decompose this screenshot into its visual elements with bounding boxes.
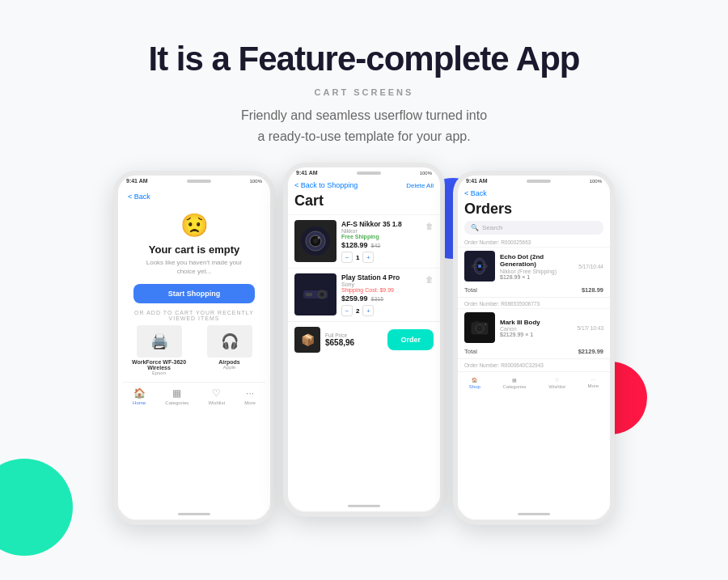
main-title: It is a Feature-complete App — [0, 40, 728, 78]
lens-price-row: $128.99 $42 — [341, 241, 421, 249]
orders-nav-shop[interactable]: 🏠 Shop — [469, 377, 480, 389]
camera-date: 5/17/ 10:43 — [577, 325, 603, 331]
lens-trash-icon[interactable]: 🗑 — [425, 222, 434, 231]
ps4-qty-increase[interactable]: + — [362, 305, 374, 316]
lens-qty-decrease[interactable]: − — [341, 252, 353, 263]
phone1-home-indicator — [178, 513, 210, 515]
wishlist-label3: Wishlist — [548, 384, 565, 389]
camera-price: $2129.99 × 1 — [500, 332, 572, 337]
lens-name: AF-S Nikkor 35 1.8 — [341, 220, 421, 228]
categories-icon3: ▦ — [512, 377, 517, 383]
phone3-back-btn[interactable]: < Back — [464, 189, 487, 197]
phone1-nav: < Back — [123, 191, 265, 202]
ps4-price: $259.99 — [341, 294, 368, 303]
ps4-img — [294, 273, 336, 315]
phone2-time: 9:41 AM — [296, 170, 318, 176]
echo-name: Echo Dot (2nd Generation) — [500, 253, 574, 269]
airpods-brand: Apple — [197, 365, 262, 370]
phone1-status-bar: 9:41 AM 100% — [118, 176, 270, 186]
printer-name: WorkForce WF-3620 Wireless — [126, 359, 192, 370]
cart-item-lens: AF-S Nikkor 35 1.8 Nikkor Free Shipping … — [288, 214, 440, 268]
start-shopping-btn[interactable]: Start Shopping — [133, 284, 255, 303]
search-bar[interactable]: 🔍 Search — [464, 221, 603, 235]
sub-description: Friendly and seamless userflow turned in… — [0, 105, 728, 146]
ps4-brand: Sony — [341, 282, 421, 287]
lens-img — [294, 220, 336, 262]
phone2-status-bar: 9:41 AM 100% — [288, 167, 440, 178]
airpods-img: 🎧 — [207, 325, 252, 358]
order-btn[interactable]: Order — [387, 329, 434, 350]
section-label: CART SCREENS — [0, 87, 728, 97]
lens-old-price: $42 — [371, 243, 381, 248]
echo-img — [464, 251, 495, 282]
cart-item-ps4-info: Play Station 4 Pro Sony Shipping Cost: $… — [341, 273, 421, 316]
svg-point-3 — [313, 239, 318, 243]
echo-price: $128.99 × 1 — [500, 274, 574, 280]
shop-icon: 🏠 — [472, 377, 477, 383]
header-section: It is a Feature-complete App CART SCREEN… — [0, 0, 728, 146]
recent-item-printer: 🖨️ WorkForce WF-3620 Wireless Epson — [126, 325, 192, 375]
page-wrapper: It is a Feature-complete App CART SCREEN… — [0, 0, 728, 580]
order-item-echo[interactable]: Echo Dot (2nd Generation) Nikkor (Free S… — [458, 247, 610, 285]
ps4-name: Play Station 4 Pro — [341, 273, 421, 282]
printer-img: 🖨️ — [137, 325, 182, 358]
phone2-speaker — [357, 171, 381, 175]
lens-shipping: Free Shipping — [341, 234, 421, 239]
nav-wishlist[interactable]: ♡ Wishlist — [208, 387, 225, 405]
wishlist-icon3: ♡ — [555, 377, 559, 383]
phone3-nav: < Back — [458, 186, 610, 199]
lens-brand: Nikkor — [341, 228, 421, 234]
order2-total: Total $2129.99 — [458, 346, 610, 359]
orders-nav-categories[interactable]: ▦ Categories — [503, 377, 527, 389]
phone1-battery: 100% — [250, 179, 262, 184]
phone2-frame: 9:41 AM 100% < Back to Shopping Delete A… — [283, 163, 445, 517]
echo-brand: Nikkor (Free Shipping) — [500, 269, 574, 274]
echo-info: Echo Dot (2nd Generation) Nikkor (Free S… — [500, 253, 574, 280]
phone3-battery: 100% — [590, 179, 602, 184]
phone3-home-indicator — [518, 513, 550, 515]
svg-point-8 — [320, 293, 324, 296]
cart-title: Cart — [288, 191, 440, 214]
cart-item-ps4: Play Station 4 Pro Sony Shipping Cost: $… — [288, 268, 440, 321]
phone1-back-btn[interactable]: < Back — [128, 193, 150, 201]
orders-nav-more[interactable]: ··· More — [588, 377, 599, 389]
nav-wishlist-label: Wishlist — [208, 400, 225, 405]
airpods-name: Airpods — [197, 359, 262, 365]
phone3-screen: < Back Orders 🔍 Search Order Number: R00… — [458, 186, 610, 510]
svg-point-21 — [485, 324, 486, 325]
phone2-delete-btn[interactable]: Delete All — [406, 182, 434, 189]
orders-nav-wishlist[interactable]: ♡ Wishlist — [548, 377, 565, 389]
lens-qty-increase[interactable]: + — [362, 252, 374, 263]
recent-items: 🖨️ WorkForce WF-3620 Wireless Epson 🎧 Ai… — [123, 325, 265, 375]
phone2-home-indicator — [348, 505, 380, 507]
phone3-status-bar: 9:41 AM 100% — [458, 176, 610, 186]
search-placeholder: Search — [482, 224, 502, 231]
order-group-1: Order Number: R000025663 — [458, 238, 610, 298]
svg-point-4 — [318, 237, 320, 239]
nav-home[interactable]: 🏠 Home — [133, 387, 146, 405]
ps4-shipping: Shipping Cost: $9.99 — [341, 287, 421, 293]
phones-container: 9:41 AM 100% < Back 😟 Your cart is empty… — [0, 171, 728, 525]
camera-img — [464, 312, 495, 343]
empty-cart-title: Your cart is empty — [123, 243, 265, 256]
camera-info: Mark III Body Canon $2129.99 × 1 — [500, 319, 572, 338]
ps4-qty-decrease[interactable]: − — [341, 305, 353, 316]
phone2-back-btn[interactable]: < Back to Shopping — [294, 181, 358, 189]
ps4-qty: 2 — [356, 307, 359, 315]
footer-price-label: Full Price — [325, 332, 354, 338]
order-item-camera[interactable]: Mark III Body Canon $2129.99 × 1 5/17/ 1… — [458, 308, 610, 346]
phone1-time: 9:41 AM — [126, 178, 148, 184]
phone1-speaker — [187, 180, 211, 183]
order-group-3: Order Number: R0000640C32943 — [458, 361, 610, 370]
empty-cart-sub: Looks like you haven't made yourchoice y… — [123, 259, 265, 276]
ps4-trash-icon[interactable]: 🗑 — [425, 275, 434, 284]
empty-cart-emoji: 😟 — [123, 212, 265, 239]
nav-more[interactable]: ··· More — [244, 387, 256, 405]
ps4-qty-control: − 2 + — [341, 305, 421, 316]
svg-point-19 — [479, 328, 480, 329]
nav-categories[interactable]: ▦ Categories — [165, 387, 188, 405]
more-icon3: ··· — [591, 377, 595, 382]
more-icon: ··· — [246, 387, 254, 399]
nav-more-label: More — [244, 400, 256, 405]
ps4-price-row: $259.99 $315 — [341, 294, 421, 303]
